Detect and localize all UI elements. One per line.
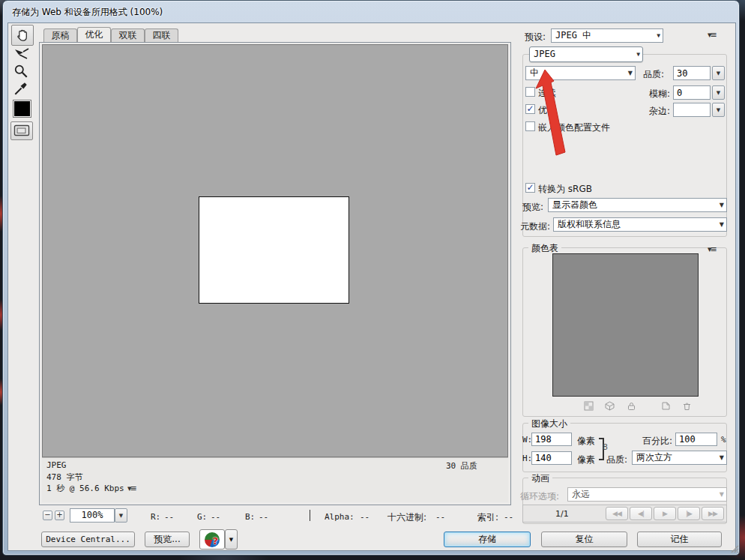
status-quality: 30 品质 [446,460,477,472]
color-table-swatch-area[interactable] [552,253,699,397]
browser-globe-icon: ? [205,532,220,547]
srgb-checkbox[interactable] [525,183,535,193]
format-select[interactable]: JPEG [529,46,643,62]
title-bar[interactable]: 存储为 Web 和设备所用格式 (100%) [3,1,739,22]
hex-label: 十六进制: [387,511,426,524]
matte-dropdown-button[interactable] [712,103,725,117]
map-transparency-icon[interactable] [584,401,594,411]
hand-tool-button[interactable] [11,25,34,46]
lock-color-icon[interactable] [627,401,636,411]
previous-frame-button: ◀| [630,507,652,520]
embed-profile-label: 嵌入颜色配置文件 [538,121,610,134]
preview-mode-select[interactable]: 显示器颜色 [548,198,727,212]
zoom-out-button[interactable]: − [43,511,52,520]
width-unit-label: 像素 [577,435,595,448]
chevron-down-icon [720,488,724,501]
image-size-title: 图像大小 [528,418,570,430]
compression-quality-select[interactable]: 中 [525,66,636,80]
metadata-label: 元数据: [520,220,550,233]
preview-canvas[interactable] [42,44,508,457]
tab-original[interactable]: 原稿 [43,28,77,42]
device-central-button[interactable]: Device Central... [41,532,135,547]
eyedropper-icon [13,80,29,97]
width-field[interactable] [531,433,572,446]
color-swatch[interactable] [13,100,31,118]
embed-profile-checkbox[interactable] [525,121,535,131]
matte-field[interactable] [673,103,711,117]
tab-4up[interactable]: 四联 [145,28,178,42]
first-frame-button: ◀◀ [606,507,628,520]
progressive-checkbox[interactable] [525,87,535,97]
quality-label: 品质: [643,68,664,81]
browser-select-dropdown[interactable]: ▼ [225,529,238,550]
reset-button[interactable]: 复位 [541,532,627,547]
preview-mode-label: 预览: [522,201,543,214]
chevron-down-icon [628,67,633,79]
status-menu-icon[interactable] [127,484,136,493]
resize-grip[interactable] [730,545,739,553]
chevron-down-icon [720,199,724,211]
slice-select-tool-button[interactable] [12,45,31,63]
hand-icon [14,27,31,43]
alpha-value: -- [360,512,370,522]
chevron-down-icon [636,47,640,61]
status-format: JPEG [46,460,67,470]
g-value: -- [211,512,220,522]
chevron-down-icon [720,218,724,231]
toggle-slices-button[interactable] [10,121,33,140]
zoom-tool-button[interactable] [12,62,30,80]
status-file-size: 478 字节 [46,472,83,483]
color-table-menu-icon[interactable] [708,244,716,254]
hex-value: -- [435,512,445,522]
resample-quality-select[interactable]: 两次立方 [632,451,727,465]
zoom-level-dropdown[interactable] [115,508,127,523]
preset-label: 预设: [525,31,546,43]
window-title: 存储为 Web 和设备所用格式 (100%) [12,6,163,19]
matte-label: 杂边: [649,105,670,118]
b-label: B: [245,512,255,522]
height-field[interactable] [531,451,572,465]
blur-slider-button[interactable] [712,85,725,100]
status-download-time: 1 秒 @ 56.6 Kbps [46,483,124,494]
preview-in-browser-button[interactable]: 预览... [145,532,190,547]
srgb-label: 转换为 sRGB [538,183,592,196]
percent-field[interactable] [675,433,717,446]
quality-slider-button[interactable] [712,66,725,80]
remember-button[interactable]: 记住 [637,532,722,547]
index-label: 索引: [477,511,498,524]
web-shift-cube-icon[interactable] [605,401,615,411]
tab-optimized[interactable]: 优化 [77,27,111,42]
resample-quality-label: 品质: [606,454,627,466]
next-frame-button: |▶ [678,507,700,520]
metadata-select[interactable]: 版权和联系信息 [553,217,727,232]
info-bar-divider [310,510,310,521]
quality-field[interactable] [673,66,711,80]
alpha-label: Alpha: [325,512,355,522]
percent-unit: % [721,435,726,445]
blur-field[interactable] [673,85,711,100]
magnifier-icon [13,63,29,79]
delete-color-icon[interactable] [682,401,692,411]
preset-menu-icon[interactable] [708,30,716,40]
link-dimensions-icon[interactable]: 8 [603,442,608,452]
browser-preview-icon-button[interactable]: ? [199,529,225,550]
percent-label: 百分比: [642,435,672,448]
new-color-icon[interactable] [661,401,671,411]
g-label: G: [197,512,207,522]
r-label: R: [151,512,160,522]
chevron-down-icon [657,29,660,42]
save-button[interactable]: 存储 [444,532,531,547]
zoom-level-field[interactable]: 100% [70,508,115,523]
chevron-down-icon [720,451,724,464]
preset-select[interactable]: JPEG 中 [551,28,663,43]
zoom-in-button[interactable]: + [55,511,64,520]
tab-2up[interactable]: 双联 [111,28,145,42]
progressive-label: 连续 [538,87,556,100]
desktop: 存储为 Web 和设备所用格式 (100%) 原稿 优化 [0,0,745,560]
b-value: -- [259,512,268,522]
frame-indicator: 1/1 [555,509,569,519]
eyedropper-tool-button[interactable] [12,79,30,97]
index-value: -- [504,512,513,522]
loop-options-label: 循环选项: [520,490,559,503]
optimized-checkbox[interactable] [525,104,535,114]
